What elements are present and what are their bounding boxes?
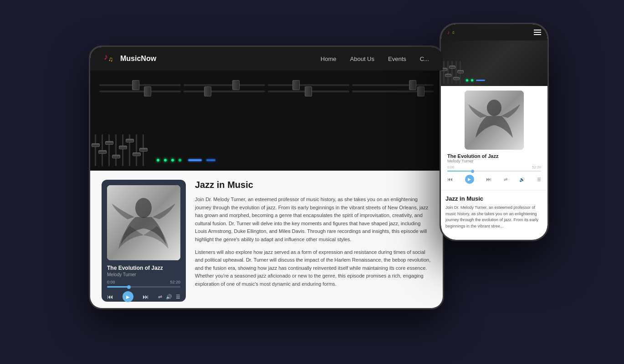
tablet-navbar: ♪ ♫ MusicNow Home About Us Events C... [90, 47, 443, 71]
tablet-content: The Evolution of Jazz Melody Turner 0:00… [90, 171, 443, 308]
menu-button[interactable]: ☰ [176, 294, 180, 300]
player-progress-bar[interactable] [107, 286, 180, 288]
article-paragraph-2: Listeners will also explore how jazz ser… [195, 248, 431, 288]
phone-notch [476, 24, 512, 30]
phone-rewind-button[interactable]: ⏮ [447, 176, 453, 182]
phone-screen: ♪ ♫ [441, 24, 547, 240]
phone-player-artist: Melody Turner [447, 159, 541, 163]
phone-volume-button[interactable]: 🔊 [519, 177, 525, 182]
article-content: Jazz in Music Join Dr. Melody Turner, an… [195, 180, 431, 302]
phone-progress-bar[interactable] [447, 171, 541, 172]
logo-text: MusicNow [120, 55, 156, 63]
phone-article-text: Join Dr. Melody Turner, an esteemed prof… [445, 205, 543, 229]
phone-player-title: The Evolution of Jazz [447, 153, 541, 159]
shuffle-button[interactable]: ⇌ [158, 294, 162, 300]
logo-note-yellow: ♫ [108, 56, 113, 63]
player-progress-dot [127, 285, 131, 289]
player-time-total: 52:20 [170, 280, 180, 284]
phone-time-total: 52:20 [532, 165, 541, 169]
tablet-logo: ♪ ♫ MusicNow [104, 52, 156, 65]
hamburger-line-2 [534, 32, 541, 33]
player-time: 0:00 52:20 [107, 280, 180, 284]
player-artist: Melody Turner [107, 272, 180, 277]
phone-logo-note2: ♫ [452, 30, 455, 35]
hamburger-line-3 [534, 34, 541, 35]
article-paragraph-1: Join Dr. Melody Turner, an esteemed prof… [195, 196, 431, 244]
phone-player-artwork [465, 91, 524, 150]
player-title: The Evolution of Jazz [107, 265, 180, 271]
player-artwork [107, 185, 180, 260]
phone-logo-note1: ♪ [447, 30, 450, 35]
player-progress-fill [107, 286, 129, 288]
logo-note-pink: ♪ [104, 52, 108, 61]
svg-point-2 [135, 198, 152, 218]
nav-link-more[interactable]: C... [420, 56, 429, 62]
forward-button[interactable]: ⏭ [143, 293, 149, 300]
phone-device: ♪ ♫ [440, 23, 549, 241]
nav-link-events[interactable]: Events [388, 56, 406, 62]
logo-icon: ♪ ♫ [104, 52, 117, 65]
secondary-controls: ⇌ 🔊 ☰ [158, 294, 180, 300]
phone-time-current: 0:00 [447, 165, 455, 169]
phone-hero-image [441, 40, 547, 86]
tablet-device: ♪ ♫ MusicNow Home About Us Events C... [89, 46, 444, 309]
player-card: The Evolution of Jazz Melody Turner 0:00… [102, 180, 186, 302]
phone-hamburger-menu[interactable] [534, 30, 541, 35]
phone-player-info: The Evolution of Jazz Melody Turner [445, 153, 543, 163]
player-controls: ⏮ ▶ ⏭ ⇌ 🔊 ☰ [107, 291, 180, 302]
phone-logo: ♪ ♫ [447, 30, 455, 35]
phone-play-button[interactable]: ▶ [465, 175, 474, 184]
article-title: Jazz in Music [195, 180, 431, 190]
tablet-nav-links: Home About Us Events C... [321, 56, 429, 62]
rewind-button[interactable]: ⏮ [107, 293, 113, 300]
phone-menu-button[interactable]: ☰ [537, 177, 541, 182]
phone-forward-button[interactable]: ⏭ [486, 176, 491, 182]
phone-controls: ⏮ ▶ ⏭ ⇌ 🔊 ☰ [445, 173, 543, 186]
phone-shuffle-button[interactable]: ⇌ [504, 177, 507, 182]
svg-point-5 [487, 100, 501, 116]
player-time-current: 0:00 [107, 280, 115, 284]
hamburger-line-1 [534, 30, 541, 30]
phone-article-title: Jazz in Music [445, 195, 543, 202]
phone-progress-dot [471, 170, 474, 173]
nav-link-about[interactable]: About Us [350, 56, 374, 62]
tablet-screen: ♪ ♫ MusicNow Home About Us Events C... [90, 47, 443, 308]
phone-player-card: The Evolution of Jazz Melody Turner 0:00… [441, 86, 547, 190]
nav-link-home[interactable]: Home [321, 56, 337, 62]
volume-button[interactable]: 🔊 [166, 294, 172, 300]
phone-progress-fill [447, 171, 471, 172]
play-button[interactable]: ▶ [123, 291, 133, 302]
scene: ♪ ♫ MusicNow Home About Us Events C... [61, 18, 563, 346]
phone-player-time: 0:00 52:20 [445, 165, 543, 169]
tablet-hero-image [90, 71, 443, 171]
phone-article: Jazz in Music Join Dr. Melody Turner, an… [441, 190, 547, 234]
